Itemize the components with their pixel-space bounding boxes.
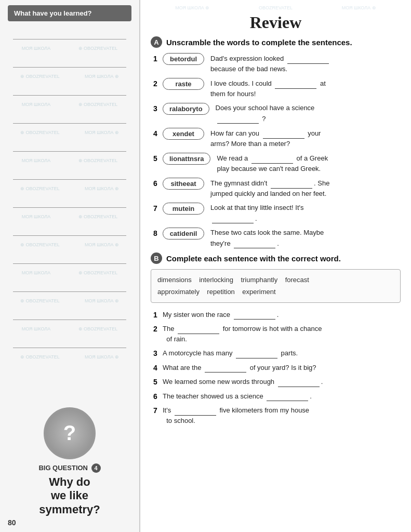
question-mark-icon: ? (44, 407, 96, 459)
watermark-row: ⊕ OBOZREVATEL МОЯ ШКОЛА ⊕ (8, 74, 131, 79)
section-a-instruction: Unscramble the words to complete the sen… (166, 38, 352, 47)
scramble-item-4: 4 xendet How far can you yourarms? More … (153, 128, 401, 149)
scramble-sentence-5: We read a of a Greekplay because we can'… (217, 153, 328, 174)
big-question-text: Why dowe likesymmetry? (39, 475, 100, 516)
section-b-instruction: Complete each sentence with the correct … (166, 254, 341, 263)
blank-4 (263, 128, 304, 139)
word-bank: dimensions interlocking triumphantly for… (151, 269, 401, 303)
complete-item-b2: 2 The for tomorrow is hot with a chance … (153, 323, 401, 344)
b-item-number-2: 2 (153, 325, 163, 333)
complete-item-b5: 5 We learned some new words through . (153, 376, 401, 387)
complete-item-b6: 6 The teacher showed us a science . (153, 391, 401, 402)
answer-lines-section: МОЯ ШКОЛА ⊕ OBOZREVATEL ⊕ OBOZREVATEL МО… (8, 29, 131, 360)
b-item-number-4: 4 (153, 364, 163, 372)
scramble-sentence-2: I love clouds. I could atthem for hours! (210, 78, 326, 99)
answer-line (13, 197, 126, 208)
answer-line (13, 282, 126, 292)
scramble-word-8: catidenil (163, 228, 204, 240)
scramble-item-7: 7 mutein Look at that tiny little insect… (153, 203, 401, 223)
b-blank-4 (205, 362, 246, 373)
scramble-sentence-6: The gymnast didn't . Shejumped quickly a… (210, 178, 329, 198)
complete-sentence-b6: The teacher showed us a science . (163, 391, 401, 402)
b-item-number-3: 3 (153, 349, 163, 357)
answer-line (13, 29, 126, 39)
section-a-header: A Unscramble the words to complete the s… (151, 36, 401, 48)
answer-line (13, 225, 126, 236)
item-number-7: 7 (153, 204, 163, 212)
b-blank-5 (278, 376, 320, 387)
scramble-item-2: 2 raste I love clouds. I could atthem fo… (153, 78, 401, 99)
complete-sentence-b1: My sister won the race . (163, 309, 401, 320)
watermark-row: МОЯ ШКОЛА ⊕ OBOZREVATEL (8, 326, 131, 331)
section-b-label: B (151, 252, 162, 264)
scramble-sentence-3: Does your school have a science ? (216, 103, 315, 124)
complete-sentence-b7: It's five kilometers from my house to sc… (163, 405, 401, 425)
scramble-word-1: betordul (163, 53, 204, 65)
answer-line (13, 310, 126, 320)
watermark-row: ⊕ OBOZREVATEL МОЯ ШКОЛА ⊕ (8, 354, 131, 360)
big-question-number: 4 (91, 463, 101, 473)
watermark-row: МОЯ ШКОЛА ⊕ OBOZREVATEL (8, 102, 131, 107)
section-b-header: B Complete each sentence with the correc… (151, 252, 401, 264)
b-item-number-6: 6 (153, 392, 163, 401)
scramble-word-3: ralaboryto (163, 103, 209, 115)
blank-3 (217, 113, 259, 124)
section-a-label: A (151, 36, 162, 48)
complete-sentence-b2: The for tomorrow is hot with a chance of… (163, 323, 401, 344)
answer-line (13, 338, 126, 348)
scramble-sentence-4: How far can you yourarms? More than a me… (210, 128, 321, 149)
scramble-item-5: 5 lionattnsra We read a of a Greekplay b… (153, 153, 401, 174)
item-number-4: 4 (153, 129, 163, 138)
blank-1 (287, 53, 329, 64)
b-item-number-5: 5 (153, 378, 163, 386)
scramble-word-5: lionattnsra (163, 153, 210, 165)
blank-6 (271, 178, 312, 189)
b-item-number-7: 7 (153, 406, 163, 415)
watermark-row: ⊕ OBOZREVATEL МОЯ ШКОЛА ⊕ (8, 130, 131, 135)
scramble-list: 1 betordul Dad's expression looked becau… (153, 53, 401, 248)
answer-line (13, 85, 126, 96)
scramble-sentence-8: These two cats look the same. Maybethey'… (210, 228, 324, 248)
scramble-word-2: raste (163, 78, 204, 90)
b-blank-1 (234, 309, 275, 320)
complete-sentence-b3: A motorcycle has many parts. (163, 348, 401, 358)
watermark-row: МОЯ ШКОЛА ⊕ OBOZREVATEL (8, 214, 131, 219)
scramble-sentence-1: Dad's expression looked because of the b… (210, 53, 330, 74)
complete-list: 1 My sister won the race . 2 The for tom… (153, 309, 401, 426)
answer-line (13, 113, 126, 124)
b-blank-2 (178, 323, 219, 334)
answer-line (13, 169, 126, 180)
scramble-item-8: 8 catidenil These two cats look the same… (153, 228, 401, 248)
blank-2 (275, 78, 316, 89)
b-blank-6 (267, 391, 308, 402)
complete-item-b7: 7 It's five kilometers from my house to … (153, 405, 401, 425)
answer-line (13, 57, 126, 68)
complete-item-b3: 3 A motorcycle has many parts. (153, 348, 401, 358)
b-blank-3 (236, 348, 277, 358)
review-title: Review (151, 13, 401, 32)
watermark-row: МОЯ ШКОЛА ⊕ OBOZREVATEL (8, 158, 131, 163)
complete-item-b4: 4 What are the of your yard? Is it big? (153, 362, 401, 373)
scramble-item-6: 6 sitheeat The gymnast didn't . Shejumpe… (153, 178, 401, 198)
big-question-section: ? A BIG QUESTION 4 Why dowe likesymmetry… (5, 407, 134, 516)
item-number-1: 1 (153, 55, 163, 63)
page-number: 80 (8, 518, 16, 527)
watermark-row: ⊕ OBOZREVATEL МОЯ ШКОЛА ⊕ (8, 298, 131, 303)
watermark-row: МОЯ ШКОЛА ⊕ OBOZREVATEL (8, 46, 131, 51)
left-panel: What have you learned? МОЯ ШКОЛА ⊕ OBOZR… (0, 0, 140, 532)
scramble-word-4: xendet (163, 128, 204, 140)
b-item-number-1: 1 (153, 311, 163, 319)
scramble-sentence-7: Look at that tiny little insect! It's . (210, 203, 304, 223)
watermark-row: ⊕ OBOZREVATEL МОЯ ШКОЛА ⊕ (8, 242, 131, 247)
item-number-5: 5 (153, 154, 163, 163)
scramble-word-7: mutein (163, 203, 204, 215)
complete-item-b1: 1 My sister won the race . (153, 309, 401, 320)
top-watermark: МОЯ ШКОЛА ⊕ OBOZREVATEL МОЯ ШКОЛА ⊕ (151, 5, 401, 10)
blank-8 (234, 238, 275, 249)
right-panel: МОЯ ШКОЛА ⊕ OBOZREVATEL МОЯ ШКОЛА ⊕ Revi… (140, 0, 411, 532)
b-blank-7 (175, 405, 216, 416)
scramble-item-3: 3 ralaboryto Does your school have a sci… (153, 103, 401, 124)
complete-sentence-b4: What are the of your yard? Is it big? (163, 362, 401, 373)
big-question-label: A BIG QUESTION 4 (38, 463, 100, 473)
item-number-8: 8 (153, 229, 163, 237)
